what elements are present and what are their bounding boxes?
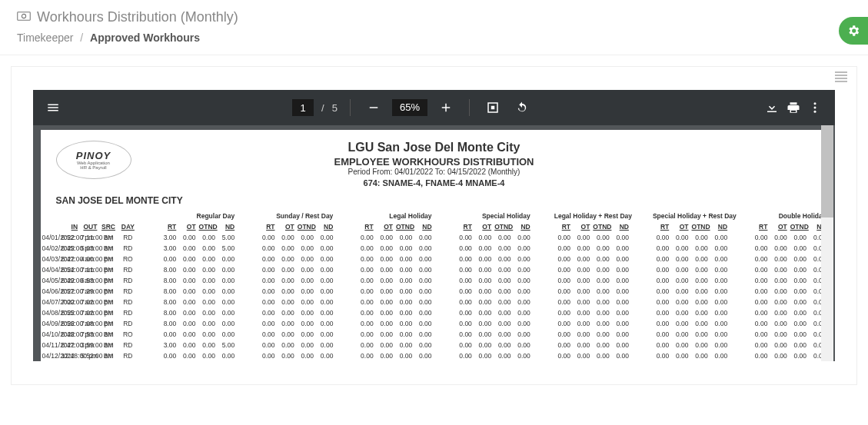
hours-cell: 0.00	[651, 286, 670, 297]
hours-cell: 0.00	[276, 232, 295, 243]
hours-cell: 0.00	[611, 243, 630, 254]
hours-cell: 0.00	[572, 275, 591, 286]
page-number-input[interactable]	[292, 99, 314, 116]
hours-cell: 0.00	[296, 243, 315, 254]
out-cell: 7:11:00 pm	[79, 264, 98, 275]
more-icon[interactable]	[804, 97, 826, 118]
hours-cell: 0.00	[474, 297, 493, 307]
table-row: 04/07/20227:00:00 am7:02:00 pmBMRD8.000.…	[41, 297, 828, 307]
in-cell: 6:47:00 pm	[60, 340, 79, 350]
hours-cell: 0.00	[750, 232, 769, 243]
zoom-in-icon[interactable]	[435, 97, 457, 118]
hours-cell: 0.00	[611, 307, 630, 318]
group-header: Double Holiday	[750, 211, 827, 221]
hours-cell: 0.00	[276, 243, 295, 254]
hours-cell: 0.00	[394, 254, 414, 264]
date-cell: 04/11/2022	[41, 340, 60, 350]
hours-cell: 0.00	[414, 340, 433, 350]
hours-cell: 0.00	[750, 329, 769, 340]
out-cell: 4:00:00 pm	[79, 254, 98, 264]
list-view-icon[interactable]	[835, 71, 847, 85]
hours-cell: 0.00	[591, 254, 610, 264]
hours-cell: 0.00	[217, 329, 236, 340]
hours-cell: 0.00	[512, 340, 531, 350]
hours-cell: 0.00	[454, 297, 474, 307]
hours-cell: 0.00	[474, 340, 493, 350]
hours-cell: 0.00	[690, 243, 710, 254]
table-row: 04/01/20226:52:00 pm7:11:00 amBMRD3.000.…	[41, 232, 828, 243]
in-cell: 6:56:00 am	[60, 318, 79, 329]
hours-cell: 0.00	[553, 264, 572, 275]
hours-cell: 0.00	[572, 286, 591, 297]
out-cell: 7:02:00 pm	[79, 307, 98, 318]
day-cell: RO	[118, 329, 138, 340]
hours-cell: 0.00	[690, 318, 710, 329]
table-row: 04/09/20226:56:00 am7:08:00 pmBMRD8.000.…	[41, 318, 828, 329]
hours-cell: 0.00	[789, 243, 808, 254]
hours-cell: 5.00	[217, 340, 236, 350]
hours-cell: 0.00	[375, 232, 394, 243]
rotate-icon[interactable]	[511, 97, 533, 118]
hours-cell: 0.00	[591, 350, 610, 361]
download-icon[interactable]	[761, 97, 783, 118]
hours-cell: 0.00	[414, 232, 433, 243]
hours-cell: 0.00	[670, 329, 690, 340]
hours-cell: 0.00	[315, 286, 334, 297]
hours-cell: 5.00	[217, 232, 236, 243]
hours-cell: 0.00	[710, 318, 729, 329]
hours-cell: 0.00	[296, 350, 315, 361]
day-cell: RD	[118, 275, 138, 286]
hours-cell: 0.00	[512, 318, 531, 329]
page-title: Workhours Distribution (Monthly)	[37, 9, 238, 25]
table-row: 04/12/202212:48:00 pm5:52:00 amBMRD0.000…	[41, 350, 828, 361]
day-cell: RD	[118, 232, 138, 243]
hours-cell: 0.00	[690, 275, 710, 286]
hours-cell: 0.00	[553, 297, 572, 307]
hours-cell: 0.00	[474, 318, 493, 329]
hours-cell: 0.00	[789, 340, 808, 350]
hours-cell: 0.00	[375, 350, 394, 361]
hours-cell: 0.00	[315, 264, 334, 275]
group-header: Special Holiday + Rest Day	[651, 211, 729, 221]
hours-cell: 0.00	[512, 307, 531, 318]
zoom-out-icon[interactable]	[363, 97, 384, 118]
hours-cell: 0.00	[375, 340, 394, 350]
hours-cell: 0.00	[512, 297, 531, 307]
hours-cell: 0.00	[474, 307, 493, 318]
table-row: 04/06/20226:57:00 am7:29:00 pmBMRD8.000.…	[41, 286, 828, 297]
hours-cell: 0.00	[178, 243, 197, 254]
hours-cell: 0.00	[611, 350, 630, 361]
hours-cell: 8.00	[158, 275, 178, 286]
hours-cell: 0.00	[750, 340, 769, 350]
hours-cell: 0.00	[198, 254, 217, 264]
hours-cell: 0.00	[296, 329, 315, 340]
hours-cell: 0.00	[315, 254, 334, 264]
hours-cell: 5.00	[217, 243, 236, 254]
hours-cell: 0.00	[474, 254, 493, 264]
breadcrumb-root[interactable]: Timekeeper	[17, 32, 73, 44]
hours-cell: 0.00	[750, 350, 769, 361]
hours-cell: 0.00	[257, 297, 276, 307]
pdf-scrollbar-thumb[interactable]	[821, 125, 833, 217]
hours-cell: 0.00	[651, 243, 670, 254]
hours-cell: 0.00	[789, 232, 808, 243]
table-row: 04/05/20226:49:00 am6:53:00 pmBMRD8.000.…	[41, 275, 828, 286]
hours-cell: 0.00	[611, 232, 630, 243]
hours-cell: 0.00	[414, 350, 433, 361]
hours-cell: 0.00	[355, 286, 374, 297]
group-header: Sunday / Rest Day	[257, 211, 334, 221]
menu-icon[interactable]	[42, 97, 64, 118]
out-cell: 5:03:00 am	[79, 243, 98, 254]
in-cell: 6:52:00 pm	[60, 232, 79, 243]
hours-cell: 0.00	[572, 350, 591, 361]
fit-page-icon[interactable]	[482, 97, 504, 118]
hours-cell: 0.00	[553, 254, 572, 264]
hours-cell: 0.00	[257, 307, 276, 318]
hours-cell: 0.00	[296, 254, 315, 264]
settings-fab[interactable]	[839, 17, 868, 45]
hours-cell: 0.00	[257, 329, 276, 340]
workhours-table: Regular DaySunday / Rest DayLegal Holida…	[41, 211, 828, 361]
hours-cell: 0.00	[414, 307, 433, 318]
print-icon[interactable]	[783, 97, 804, 118]
hours-cell: 0.00	[296, 307, 315, 318]
